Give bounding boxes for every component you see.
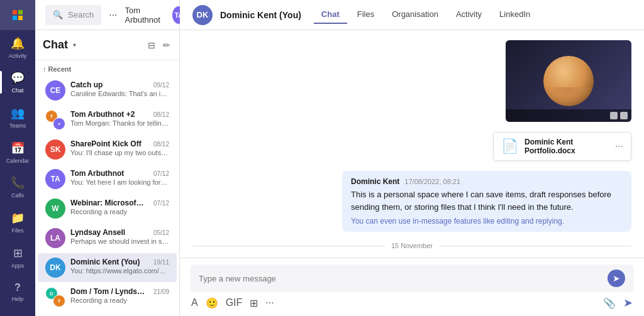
rail-label-calendar: Calendar — [6, 158, 30, 164]
avatar: TA — [45, 169, 65, 189]
rail-label-calls: Calls — [11, 192, 24, 199]
chat-time: 21/09 — [153, 288, 169, 295]
message-input[interactable] — [199, 274, 608, 283]
chat-info: Dominic Kent (You) 19/11 You: https://ww… — [70, 258, 169, 275]
chat-preview: You: https://www.elgato.com/downloads — [70, 267, 169, 275]
tab-organisation[interactable]: Organisation — [384, 6, 446, 24]
msg-hint: You can even use in-message features lik… — [351, 217, 623, 226]
chat-name: Webinar: Microsoft Teams lifecycle, Di..… — [70, 199, 146, 207]
list-item[interactable]: SK SharePoint Kick Off 08/12 You: I'll c… — [38, 135, 177, 164]
chat-name: Dom / Tom / Lyndsay - EC Content an... — [70, 287, 146, 296]
avatar-group: D T — [45, 287, 65, 307]
filter-button[interactable]: ⊟ — [147, 39, 157, 52]
chat-name-row: Webinar: Microsoft Teams lifecycle, Di..… — [70, 199, 169, 207]
chat-preview: Caroline Edwards: That's an idea - I had… — [70, 90, 169, 97]
chat-info: Webinar: Microsoft Teams lifecycle, Di..… — [70, 199, 169, 215]
chat-time: 08/12 — [153, 111, 169, 118]
person-face — [543, 56, 594, 106]
contact-avatar: DK — [192, 5, 213, 25]
tab-chat[interactable]: Chat — [314, 6, 347, 24]
rail-item-activity[interactable]: 🔔 Activity — [0, 30, 35, 65]
video-cam-icon — [620, 112, 628, 119]
rail-label-files: Files — [11, 227, 23, 234]
attach-icon[interactable]: 📎 — [603, 297, 616, 309]
list-item[interactable]: LA Lyndsay Ansell 05/12 Perhaps we shoul… — [38, 224, 177, 253]
rail-item-help[interactable]: ? Help — [0, 275, 35, 310]
help-icon: ? — [14, 282, 21, 293]
chat-preview: Tom Morgan: Thanks for telling us, and s… — [70, 119, 169, 127]
sidebar: 🔍 Search ··· Tom Arbuthnot TA Chat ▾ ⊟ ✏… — [35, 0, 180, 316]
sidebar-chevron-icon[interactable]: ▾ — [73, 41, 76, 48]
main-chat-area: DK Dominic Kent (You) Chat Files Organis… — [180, 0, 644, 316]
video-section — [192, 40, 631, 122]
rail-item-teams[interactable]: 👥 Teams — [0, 100, 35, 135]
list-item[interactable]: CE Catch up 09/12 Caroline Edwards: That… — [38, 76, 177, 105]
calendar-icon: 📅 — [11, 141, 25, 155]
rail-item-calls[interactable]: 📞 Calls — [0, 170, 35, 205]
chat-header: DK Dominic Kent (You) Chat Files Organis… — [180, 0, 644, 30]
msg-sender: Dominic Kent — [351, 177, 399, 186]
more-icon[interactable]: ··· — [265, 297, 274, 308]
list-item[interactable]: D T Dom / Tom / Lyndsay - EC Content an.… — [38, 283, 177, 312]
chat-name-row: Lyndsay Ansell 05/12 — [70, 228, 169, 237]
send-button[interactable]: ➤ — [608, 270, 625, 287]
date-label: 15 November — [391, 242, 433, 249]
ms-logo — [13, 10, 23, 20]
chat-name: Catch up — [70, 80, 103, 89]
emoji-icon[interactable]: 🙂 — [206, 297, 218, 309]
search-box[interactable]: 🔍 Search — [45, 5, 101, 25]
rail-item-calendar[interactable]: 📅 Calendar — [0, 135, 35, 170]
gif-icon[interactable]: GIF — [226, 297, 243, 308]
input-toolbar: A 🙂 GIF ⊞ ··· 📎 ➤ — [190, 296, 634, 310]
chat-info: Lyndsay Ansell 05/12 Perhaps we should i… — [70, 228, 169, 245]
topbar: 🔍 Search ··· Tom Arbuthnot TA — [35, 0, 179, 30]
list-item[interactable]: TA Tom Arbuthnot 07/12 You: Yet here I a… — [38, 165, 177, 193]
rail-item-files[interactable]: 📁 Files — [0, 205, 35, 240]
sidebar-section-label: ↑ Recent — [35, 60, 179, 75]
chat-name-row: Tom Arbuthnot 07/12 — [70, 169, 169, 178]
msg-time: 17/08/2022, 08:21 — [404, 178, 460, 185]
contact-name: Dominic Kent (You) — [220, 10, 301, 20]
chat-name-row: Dominic Kent (You) 19/11 — [70, 258, 169, 266]
format-icon[interactable]: A — [191, 297, 198, 308]
activity-icon: 🔔 — [11, 36, 25, 50]
doc-section: 📄 Dominic Kent Portfolio.docx ··· — [192, 132, 631, 161]
compose-button[interactable]: ✏ — [162, 39, 172, 52]
topbar-dots[interactable]: ··· — [109, 9, 117, 21]
doc-card[interactable]: 📄 Dominic Kent Portfolio.docx ··· — [493, 132, 631, 161]
list-item[interactable]: W Webinar: Microsoft Teams lifecycle, Di… — [38, 194, 177, 223]
send-toolbar-icon[interactable]: ➤ — [623, 296, 633, 310]
rail-item-chat[interactable]: 💬 Chat — [0, 65, 35, 100]
list-item[interactable]: T + Tom Arbuthnot +2 08/12 Tom Morgan: T… — [38, 106, 177, 134]
avatar: DK — [45, 258, 65, 278]
left-rail: 🔔 Activity 💬 Chat 👥 Teams 📅 Calendar 📞 C… — [0, 0, 35, 316]
chat-name: Tom Arbuthnot — [70, 169, 124, 178]
list-item[interactable]: L + Lyndsay Ansell +2 21/09 Ready whenev… — [38, 312, 177, 316]
teams-icon: 👥 — [11, 106, 25, 120]
doc-options-icon[interactable]: ··· — [615, 141, 623, 152]
input-area: ➤ A 🙂 GIF ⊞ ··· 📎 ➤ — [180, 258, 644, 316]
app-brand — [0, 0, 35, 30]
files-icon: 📁 — [11, 211, 25, 225]
send-icon: ➤ — [613, 273, 620, 283]
topbar-right: ··· Tom Arbuthnot TA — [109, 6, 186, 25]
rail-item-apps[interactable]: ⊞ Apps — [0, 240, 35, 275]
avatar: SK — [45, 139, 65, 160]
tab-linkedin[interactable]: LinkedIn — [492, 6, 538, 24]
list-item[interactable]: DK Dominic Kent (You) 19/11 You: https:/… — [38, 253, 177, 282]
chat-info: Tom Arbuthnot +2 08/12 Tom Morgan: Thank… — [70, 110, 169, 127]
chat-time: 07/12 — [153, 200, 169, 207]
sticker-icon[interactable]: ⊞ — [250, 297, 258, 309]
word-doc-icon: 📄 — [501, 138, 518, 155]
rail-label-help: Help — [12, 296, 24, 302]
tab-activity[interactable]: Activity — [448, 6, 489, 24]
chat-preview: You: I'll chase up my two outstanding qu… — [70, 149, 169, 156]
msg-bubble: Dominic Kent 17/08/2022, 08:21 This is a… — [342, 171, 631, 232]
chat-name-row: Tom Arbuthnot +2 08/12 — [70, 110, 169, 119]
tab-files[interactable]: Files — [350, 6, 382, 24]
chat-info: SharePoint Kick Off 08/12 You: I'll chas… — [70, 139, 169, 156]
sidebar-header: Chat ▾ ⊟ ✏ — [35, 30, 179, 60]
chat-time: 08/12 — [153, 141, 169, 148]
rail-label-teams: Teams — [9, 123, 26, 129]
chat-info: Catch up 09/12 Caroline Edwards: That's … — [70, 80, 169, 97]
